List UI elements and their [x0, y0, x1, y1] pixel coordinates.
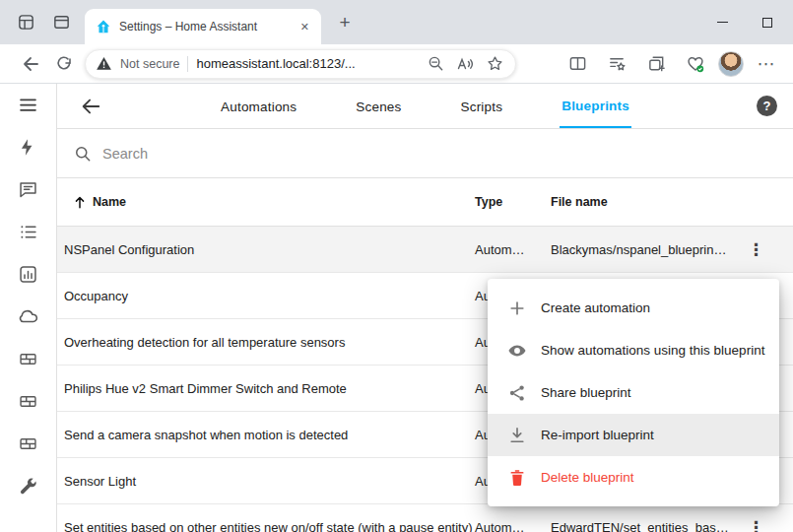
plus-icon: [507, 299, 527, 318]
row-overflow-menu-icon[interactable]: ⋮: [744, 519, 793, 532]
tab-actions-icon[interactable]: [51, 13, 71, 33]
search-icon: [73, 144, 93, 164]
context-menu: Create automation Show automations using…: [488, 279, 779, 506]
tab-blueprints[interactable]: Blueprints: [560, 84, 631, 128]
home-assistant-app: Automations Scenes Scripts Blueprints ?: [0, 84, 793, 532]
menu-item-show-automations[interactable]: Show automations using this blueprint: [488, 329, 779, 371]
favorite-star-icon[interactable]: [484, 53, 505, 75]
server-brick-icon[interactable]: [17, 389, 40, 413]
address-bar[interactable]: Not secure homeassistant.local:8123/...: [85, 49, 516, 79]
column-header-file[interactable]: File name: [549, 195, 744, 209]
new-tab-button[interactable]: +: [331, 9, 359, 36]
table-header: Name Type File name: [57, 178, 793, 227]
server-brick-icon[interactable]: [17, 432, 40, 455]
tab-title: Settings – Home Assistant: [119, 20, 289, 33]
back-icon[interactable]: [14, 47, 47, 81]
column-header-type[interactable]: Type: [473, 195, 549, 209]
minimize-button[interactable]: [699, 0, 745, 44]
not-secure-warning-icon: [96, 55, 112, 72]
bulleted-list-icon[interactable]: [17, 220, 40, 243]
app-back-arrow-icon[interactable]: [79, 95, 102, 118]
download-icon: [507, 426, 527, 445]
share-icon: [507, 383, 527, 403]
split-screen-icon[interactable]: [561, 47, 594, 81]
lightning-bolt-icon[interactable]: [17, 135, 40, 159]
eye-icon: [507, 341, 527, 361]
security-status-label: Not secure: [120, 57, 179, 71]
section-tabs: Automations Scenes Scripts Blueprints: [219, 84, 631, 128]
titlebar-left-icons: [0, 13, 85, 33]
cloud-icon[interactable]: [17, 304, 40, 328]
zoom-out-icon[interactable]: [425, 53, 446, 75]
collections-icon[interactable]: [639, 47, 673, 81]
tab-scenes[interactable]: Scenes: [354, 84, 403, 128]
hamburger-menu-icon[interactable]: [17, 93, 40, 116]
tab-automations[interactable]: Automations: [219, 84, 298, 128]
trash-icon: [507, 468, 527, 488]
app-header: Automations Scenes Scripts Blueprints ?: [57, 84, 793, 129]
browser-menu-icon[interactable]: ⋯: [750, 47, 783, 81]
home-assistant-favicon: [96, 19, 111, 34]
browser-window: Settings – Home Assistant ✕ + ✕ Not secu…: [0, 0, 793, 532]
navbar-right-icons: ⋯: [561, 47, 783, 81]
bar-chart-icon[interactable]: [17, 262, 40, 286]
browser-navbar: Not secure homeassistant.local:8123/...: [0, 44, 793, 84]
profile-avatar[interactable]: [718, 51, 744, 77]
wrench-icon[interactable]: [17, 474, 40, 498]
server-brick-icon[interactable]: [17, 347, 40, 370]
url-text: homeassistant.local:8123/...: [196, 56, 417, 71]
favorites-hub-icon[interactable]: [600, 47, 633, 81]
sort-ascending-icon: [72, 194, 88, 210]
menu-item-create-automation[interactable]: Create automation: [488, 287, 779, 329]
table-row[interactable]: Set entities based on other entities new…: [57, 504, 793, 532]
address-divider: [187, 56, 188, 72]
menu-item-reimport-blueprint[interactable]: Re-import blueprint: [488, 414, 779, 456]
search-bar[interactable]: [57, 129, 793, 178]
tab-scripts[interactable]: Scripts: [459, 84, 505, 128]
row-overflow-menu-icon[interactable]: ⋮: [744, 241, 793, 258]
menu-item-delete-blueprint[interactable]: Delete blueprint: [488, 456, 779, 499]
browser-essentials-icon[interactable]: [679, 47, 712, 81]
column-header-name[interactable]: Name: [57, 194, 473, 210]
maximize-button[interactable]: [745, 0, 790, 44]
table-row[interactable]: NSPanel Configuration Autom… Blackymas/n…: [57, 227, 793, 273]
search-input[interactable]: [102, 146, 777, 162]
help-icon[interactable]: ?: [757, 96, 777, 116]
browser-tab-settings[interactable]: Settings – Home Assistant ✕: [85, 9, 321, 44]
read-aloud-icon[interactable]: [454, 53, 476, 75]
sidebar: [0, 84, 57, 532]
refresh-icon[interactable]: [47, 47, 81, 81]
menu-item-share-blueprint[interactable]: Share blueprint: [488, 371, 779, 414]
chat-bubble-icon[interactable]: [17, 177, 40, 201]
workspaces-icon[interactable]: [16, 13, 35, 33]
tab-close-icon[interactable]: ✕: [297, 19, 313, 35]
browser-titlebar: Settings – Home Assistant ✕ + ✕: [0, 0, 793, 44]
